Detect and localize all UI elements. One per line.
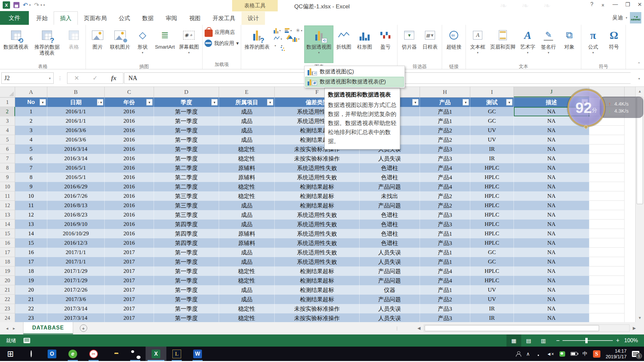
cell[interactable]: 原辅料 — [219, 163, 275, 173]
column-header-I[interactable]: I — [470, 87, 514, 97]
cell-empty[interactable] — [589, 144, 625, 154]
filter-button-G[interactable]: ▼ — [412, 99, 419, 106]
cell[interactable]: 产品3 — [420, 220, 470, 229]
mini-line-chart-button[interactable]: ▾ — [272, 35, 283, 43]
column-header-H[interactable]: H — [420, 87, 470, 97]
cell[interactable]: GC — [470, 116, 514, 126]
wifi-icon[interactable] — [535, 352, 541, 356]
mini-column-chart-button[interactable]: ▾ — [272, 27, 282, 34]
cell[interactable]: 第四季度 — [154, 238, 219, 248]
cell-empty[interactable] — [589, 173, 625, 182]
cell-empty[interactable] — [589, 154, 625, 163]
account-dropdown-icon[interactable]: ▾ — [626, 16, 627, 19]
cell[interactable]: NA — [514, 126, 589, 135]
ribbon-button-推荐的图表[interactable]: ?推荐的图表 — [243, 25, 272, 63]
menu-item-pivotchart-and-pivottable[interactable]: ▦ 数据透视图和数据透视表(P) — [305, 77, 404, 87]
cell[interactable]: 产品问题 — [360, 276, 420, 285]
cell[interactable]: NA — [514, 135, 589, 144]
table-header-年份[interactable]: 年份▼ — [105, 98, 154, 107]
cell[interactable]: 16 — [15, 248, 47, 257]
cell-empty[interactable] — [589, 295, 625, 304]
taskbar-wechat[interactable] — [125, 347, 146, 361]
cell[interactable]: 系统适用性失败 — [275, 248, 360, 257]
cell[interactable]: 产品2 — [420, 295, 470, 304]
cell[interactable]: UV — [470, 295, 514, 304]
cell[interactable]: 2016/3/14 — [47, 154, 105, 163]
score-circle[interactable]: 92 分 — [568, 89, 605, 127]
filter-button-D[interactable]: ▼ — [211, 99, 218, 106]
cell[interactable]: 系统适用性失败 — [275, 238, 360, 248]
cell[interactable]: 2017/1/29 — [47, 266, 105, 276]
cell[interactable]: 系统适用性失败 — [275, 229, 360, 238]
hidden-icons-chevron[interactable]: ∧ — [526, 351, 530, 357]
row-header-20[interactable]: 20 — [0, 276, 15, 285]
cell[interactable]: IR — [470, 144, 514, 154]
row-header-9[interactable]: 9 — [0, 173, 15, 182]
cell[interactable]: 稳定性 — [219, 276, 275, 285]
cell-empty[interactable] — [589, 238, 625, 248]
cell[interactable]: 稳定性 — [219, 154, 275, 163]
cell[interactable]: 2016/8/23 — [47, 210, 105, 220]
ribbon-button-数据透视表[interactable]: ⟲数据透视表 — [1, 25, 31, 63]
cell[interactable]: NA — [514, 210, 589, 220]
cell[interactable]: 第一季度 — [154, 248, 219, 257]
cell[interactable]: 第二季度 — [154, 173, 219, 182]
cell[interactable]: 产品2 — [420, 126, 470, 135]
cell[interactable]: 2017/2/26 — [47, 285, 105, 295]
cell[interactable]: IR — [470, 304, 514, 313]
cell[interactable]: HPLC — [470, 191, 514, 201]
horizontal-scrollbar[interactable]: ◀ ▶ — [414, 324, 639, 332]
taskbar-league-of-legends[interactable]: L — [166, 347, 187, 361]
cell[interactable]: NA — [514, 201, 589, 210]
cell[interactable]: HPLC — [470, 238, 514, 248]
cell[interactable]: 2017/1/1 — [47, 257, 105, 266]
cell[interactable]: 检测结果超标 — [275, 285, 360, 295]
cell[interactable]: 2016/3/6 — [47, 135, 105, 144]
tab-页面布局[interactable]: 页面布局 — [78, 12, 113, 25]
cell[interactable]: 2016 — [105, 135, 154, 144]
cell[interactable]: NA — [514, 285, 589, 295]
taskbar-cortana[interactable] — [21, 347, 42, 361]
cancel-entry-icon[interactable]: ✕ — [74, 74, 79, 82]
row-header-14[interactable]: 14 — [0, 220, 15, 229]
cell[interactable]: 产品3 — [420, 238, 470, 248]
column-header-A[interactable]: A — [15, 87, 47, 97]
cell[interactable]: 产品2 — [420, 191, 470, 201]
next-sheet-icon[interactable]: ▸ — [13, 326, 20, 331]
cell[interactable]: 2017 — [105, 257, 154, 266]
page-layout-view-button[interactable]: ▤ — [521, 335, 536, 347]
ribbon-button-屏幕截图[interactable]: ◉＋屏幕截图▾ — [177, 25, 201, 63]
cell[interactable]: 2016/6/29 — [47, 182, 105, 191]
cell-empty[interactable] — [589, 163, 625, 173]
filter-button-I[interactable]: ▼ — [506, 99, 513, 106]
collapse-ribbon-icon[interactable]: ⌃ — [637, 62, 641, 66]
cell[interactable]: 2016/3/14 — [47, 144, 105, 154]
row-header-7[interactable]: 7 — [0, 154, 15, 163]
taskbar-file-explorer[interactable] — [104, 347, 125, 361]
cell[interactable]: 2016/7/26 — [47, 191, 105, 201]
cell[interactable]: 未按实验标准操作 — [275, 313, 360, 322]
cell[interactable]: 第二季度 — [154, 163, 219, 173]
sogou-input-icon[interactable]: S — [593, 350, 600, 358]
cell[interactable]: 产品4 — [420, 276, 470, 285]
cell[interactable]: 2016/5/1 — [47, 163, 105, 173]
cell[interactable]: 第一季度 — [154, 304, 219, 313]
cell-empty[interactable] — [589, 285, 625, 295]
row-header-17[interactable]: 17 — [0, 248, 15, 257]
cell[interactable]: HPLC — [470, 220, 514, 229]
row-header-13[interactable]: 13 — [0, 210, 15, 220]
ribbon-button-推荐的数据透视表[interactable]: ?推荐的数据透视表 — [31, 25, 63, 63]
new-sheet-button[interactable]: + — [80, 324, 87, 332]
cell[interactable]: 12 — [15, 210, 47, 220]
cell[interactable]: NA — [514, 173, 589, 182]
cell[interactable]: 2017 — [105, 248, 154, 257]
zoom-in-button[interactable]: + — [616, 337, 620, 344]
tab-开始[interactable]: 开始 — [30, 12, 54, 25]
cell-empty[interactable] — [589, 191, 625, 201]
cell[interactable]: 检测结果超标 — [275, 276, 360, 285]
table-header-测试[interactable]: 测试▼ — [470, 98, 514, 107]
cell[interactable]: 人员失误 — [360, 154, 420, 163]
ribbon-button-符号[interactable]: Ω符号 — [603, 25, 624, 63]
cell[interactable]: NA — [514, 248, 589, 257]
cell-empty[interactable] — [589, 229, 625, 238]
